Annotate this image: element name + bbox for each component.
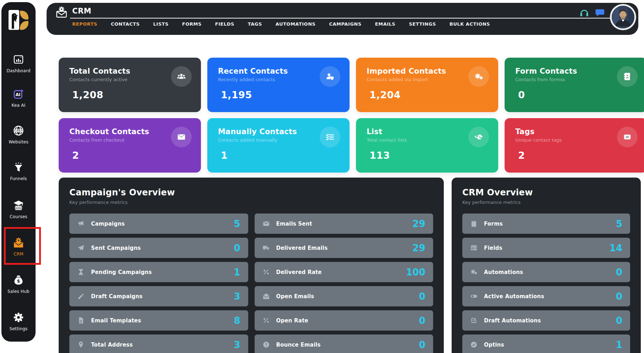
- sidebar-item-label: Funnels: [1, 176, 36, 181]
- edit-square-icon: [470, 317, 478, 324]
- toggle-icon: [470, 293, 478, 300]
- metric-row-emails-sent: Emails Sent 29: [255, 214, 433, 234]
- metric-value: 5: [616, 218, 622, 229]
- metric-row-open-rate: Open Rate 0: [255, 310, 433, 331]
- stat-card-total-contacts: Total Contacts Contacts currently active…: [59, 58, 201, 112]
- metric-row-draft-automations: Draft Automations 0: [462, 310, 630, 331]
- svg-text:www: www: [14, 129, 23, 132]
- sidebar-item-sales-hub[interactable]: $ Sales Hub: [1, 274, 36, 294]
- metric-label: Campaigns: [91, 221, 125, 227]
- tab-reports[interactable]: REPORTS: [72, 21, 97, 27]
- metric-value: 0: [419, 339, 425, 350]
- sidebar: Dashboard AI Kea AI www Websites Funnels…: [1, 2, 36, 342]
- stat-card-manually-contacts: Manually Contacts Contacts added manuall…: [207, 118, 350, 173]
- clipboard-icon: [470, 220, 478, 227]
- tab-emails[interactable]: EMAILS: [375, 21, 395, 27]
- metric-row-delivered-rate: Delivered Rate 100: [255, 262, 433, 282]
- metric-row-bounce-emails: Bounce Emails 0: [255, 334, 433, 353]
- tab-lists[interactable]: LISTS: [153, 21, 169, 27]
- tab-automations[interactable]: AUTOMATIONS: [276, 21, 316, 27]
- metric-row-pending-campaigns: Pending Campaigns 1: [69, 262, 248, 282]
- sidebar-item-label: Settings: [1, 326, 36, 331]
- metric-label: Open Emails: [276, 293, 314, 300]
- gears-icon: [470, 268, 478, 276]
- sidebar-item-crm[interactable]: CRM: [1, 237, 36, 257]
- sidebar-item-settings[interactable]: Settings: [1, 312, 36, 331]
- metric-label: Draft Campaigns: [91, 293, 143, 300]
- tab-campaigns[interactable]: CAMPAIGNS: [329, 21, 361, 27]
- check-circle-icon: [470, 341, 478, 348]
- metric-label: Open Rate: [276, 317, 308, 324]
- metric-value: 0: [616, 315, 622, 326]
- card-value: 1,204: [367, 89, 488, 100]
- metric-label: Total Address: [91, 342, 133, 348]
- card-value: 1: [218, 150, 339, 161]
- sidebar-item-websites[interactable]: www Websites: [1, 125, 36, 144]
- dashboard-icon: [13, 54, 24, 65]
- tab-fields[interactable]: FIELDS: [215, 21, 234, 27]
- stat-card-checkout-contacts: Checkout Contacts Contacts from checkout…: [59, 118, 201, 173]
- leaf-icon: [20, 21, 28, 30]
- file-icon: [77, 317, 85, 324]
- envelope-icon: [262, 220, 270, 227]
- card-value: 2: [515, 150, 636, 161]
- chat-icon[interactable]: [595, 8, 605, 18]
- crm-metric-list: Forms 5 Fields 14 Automations 0 Active A…: [462, 214, 630, 353]
- tab-contacts[interactable]: CONTACTS: [111, 21, 140, 27]
- metric-label: Draft Automations: [484, 317, 541, 324]
- checklist-icon: [320, 127, 340, 147]
- panel-title: Campaign's Overview: [69, 188, 433, 197]
- metric-row-optins: Optins 1: [462, 334, 630, 353]
- map-pin-icon: [77, 341, 85, 348]
- users-icon: [171, 66, 192, 87]
- metric-value: 1: [234, 267, 240, 278]
- stat-card-imported-contacts: Imported Contacts Contacts added via imp…: [356, 58, 498, 112]
- kea-logo[interactable]: [1, 10, 36, 30]
- card-value: 2: [69, 150, 190, 161]
- metric-row-draft-campaigns: Draft Campaigns 3: [69, 286, 248, 306]
- sidebar-item-kea-ai[interactable]: AI Kea AI: [1, 88, 36, 108]
- user-avatar[interactable]: [611, 5, 635, 30]
- card-value: 113: [367, 150, 488, 161]
- card-value: 0: [515, 89, 636, 100]
- page-title: CRM: [72, 7, 91, 15]
- money-bag-icon: $: [13, 274, 24, 286]
- sidebar-item-label: CRM: [1, 252, 36, 257]
- table-icon: [470, 244, 478, 252]
- metric-label: Forms: [484, 221, 503, 227]
- truck-icon: [262, 244, 270, 252]
- crm-header-icon: [55, 6, 68, 19]
- tab-forms[interactable]: FORMS: [182, 21, 202, 27]
- sidebar-item-label: Courses: [1, 214, 36, 219]
- user-shield-icon: [320, 66, 340, 87]
- svg-text:AI: AI: [16, 92, 21, 97]
- metric-value: 14: [610, 243, 622, 253]
- metric-row-delivered-emails: Delivered Emails 29: [255, 238, 433, 258]
- metric-row-open-emails: Open Emails 0: [255, 286, 433, 306]
- panel-subtitle: Key performance metrics: [462, 200, 630, 205]
- percent-icon: [262, 268, 270, 276]
- sidebar-item-label: Dashboard: [1, 68, 36, 73]
- tab-bulk-actions[interactable]: BULK ACTIONS: [449, 21, 490, 27]
- sidebar-item-dashboard[interactable]: Dashboard: [1, 54, 36, 73]
- paper-plane-icon: [77, 244, 85, 252]
- tab-tags[interactable]: TAGS: [248, 21, 262, 27]
- hourglass-icon: [77, 268, 85, 276]
- exclamation-circle-icon: [262, 341, 270, 348]
- metric-value: 0: [234, 243, 240, 253]
- sidebar-item-funnels[interactable]: Funnels: [1, 162, 36, 181]
- crm-nav-tabs: REPORTS CONTACTS LISTS FORMS FIELDS TAGS…: [72, 21, 490, 27]
- sidebar-item-courses[interactable]: Courses: [1, 200, 36, 219]
- metric-value: 3: [234, 291, 240, 302]
- metric-label: Optins: [484, 342, 504, 348]
- tab-settings[interactable]: SETTINGS: [409, 21, 436, 27]
- envelope-icon: [171, 127, 192, 147]
- gears-icon: [468, 66, 489, 87]
- panel-subtitle: Key performance metrics: [69, 200, 433, 205]
- metric-value: 5: [234, 218, 240, 229]
- megaphone-icon: [77, 220, 85, 227]
- ticket-icon: [617, 127, 638, 147]
- stat-card-tags: Tags Unique contact tags 2: [505, 118, 644, 173]
- metric-label: Sent Campaigns: [91, 245, 141, 251]
- headset-icon[interactable]: [579, 8, 589, 18]
